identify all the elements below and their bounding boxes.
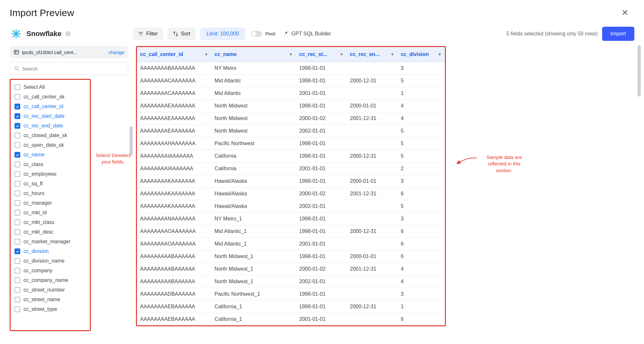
limit-button[interactable]: Limit: 100,000 xyxy=(200,28,245,40)
close-icon[interactable]: ✕ xyxy=(618,6,632,19)
table-cell: 3 xyxy=(398,213,445,225)
field-row[interactable]: cc_street_number xyxy=(14,285,87,295)
field-row[interactable]: cc_mkt_id xyxy=(14,208,87,218)
table-row[interactable]: AAAAAAAAABAAAAAANorth Midwest_11998-01-0… xyxy=(137,250,445,263)
table-cell: AAAAAAAAEBAAAAAA xyxy=(137,301,211,313)
table-cell: 4 xyxy=(398,275,445,288)
column-label: cc_call_center_id xyxy=(140,51,183,57)
table-row[interactable]: AAAAAAAAKAAAAAAAHawaii/Alaska2002-01-015 xyxy=(137,200,445,213)
field-row[interactable]: cc_open_date_sk xyxy=(14,140,87,150)
field-label: cc_rec_end_date xyxy=(24,123,63,129)
table-row[interactable]: AAAAAAAAIAAAAAAACalifornia2001-01-012 xyxy=(137,163,445,175)
field-row[interactable]: cc_rec_end_date xyxy=(14,121,87,131)
change-link[interactable]: change xyxy=(109,50,124,55)
column-label: cc_name xyxy=(215,51,237,57)
column-header[interactable]: cc_call_center_id▼ xyxy=(137,47,211,62)
info-icon[interactable]: i xyxy=(65,31,71,36)
search-input[interactable] xyxy=(22,66,124,71)
table-header-row: cc_call_center_id▼cc_name▼cc_rec_st...▼c… xyxy=(137,47,445,62)
arrow-icon xyxy=(455,155,477,168)
table-cell: AAAAAAAAEAAAAAAA xyxy=(137,125,211,137)
column-header[interactable]: cc_rec_st...▼ xyxy=(296,47,347,62)
field-row[interactable]: cc_call_center_sk xyxy=(14,92,87,102)
table-row[interactable]: AAAAAAAAEAAAAAAANorth Midwest1998-01-012… xyxy=(137,100,445,112)
table-cell: 2000-12-31 xyxy=(347,150,398,163)
table-row[interactable]: AAAAAAAACAAAAAAAMid Atlantic1998-01-0120… xyxy=(137,75,445,87)
table-row[interactable]: AAAAAAAAEAAAAAAANorth Midwest2002-01-015 xyxy=(137,125,445,137)
field-row[interactable]: cc_mkt_desc xyxy=(14,227,87,237)
table-row[interactable]: AAAAAAAAIAAAAAAACalifornia1998-01-012000… xyxy=(137,150,445,163)
table-cell: 2000-01-02 xyxy=(296,112,347,125)
field-row[interactable]: cc_hours xyxy=(14,189,87,198)
table-cell: 5 xyxy=(398,125,445,137)
checkbox-icon xyxy=(14,229,20,235)
table-body: AAAAAAAABAAAAAAANY Metro1998-01-013AAAAA… xyxy=(137,62,445,326)
sort-button[interactable]: Sort xyxy=(168,28,196,40)
page-title: Import Preview xyxy=(10,7,74,18)
field-row[interactable]: cc_street_name xyxy=(14,295,87,304)
field-row[interactable]: cc_mkt_class xyxy=(14,218,87,227)
search-input-wrap[interactable] xyxy=(10,62,128,75)
field-label: cc_mkt_id xyxy=(24,210,47,216)
table-row[interactable]: AAAAAAAAKAAAAAAAHawaii/Alaska2000-01-022… xyxy=(137,188,445,200)
column-header[interactable]: cc_division▼ xyxy=(398,47,445,62)
field-row[interactable]: cc_company xyxy=(14,266,87,275)
field-row[interactable]: cc_closed_date_sk xyxy=(14,131,87,140)
table-row[interactable]: AAAAAAAAOAAAAAAAMid Atlantic_12001-01-01… xyxy=(137,238,445,250)
table-row[interactable]: AAAAAAAAEBAAAAAACalifornia_11998-01-0120… xyxy=(137,301,445,313)
table-cell: 2000-01-02 xyxy=(296,263,347,275)
page-scrollbar[interactable] xyxy=(638,45,641,97)
table-row[interactable]: AAAAAAAAABAAAAAANorth Midwest_12002-01-0… xyxy=(137,275,445,288)
field-label: cc_division xyxy=(24,248,49,254)
table-cell: 1998-01-01 xyxy=(296,62,347,75)
table-row[interactable]: AAAAAAAAKAAAAAAAHawaii/Alaska1998-01-012… xyxy=(137,175,445,188)
field-row[interactable]: cc_employees xyxy=(14,169,87,179)
pivot-toggle[interactable] xyxy=(251,31,262,37)
table-cell: 5 xyxy=(398,137,445,150)
table-path-selector[interactable]: tpcds_sf100tcl.call_cent... change xyxy=(10,46,128,58)
table-row[interactable]: AAAAAAAABAAAAAAANY Metro1998-01-013 xyxy=(137,62,445,75)
field-row[interactable]: cc_sq_ft xyxy=(14,179,87,189)
table-cell: North Midwest_1 xyxy=(211,263,296,275)
table-row[interactable]: AAAAAAAAOAAAAAAAMid Atlantic_11998-01-01… xyxy=(137,225,445,238)
table-row[interactable]: AAAAAAAACAAAAAAAMid Atlantic2001-01-011 xyxy=(137,87,445,100)
table-cell: 2000-12-31 xyxy=(347,75,398,87)
table-cell: AAAAAAAAKAAAAAAA xyxy=(137,188,211,200)
table-cell: 1998-01-01 xyxy=(296,150,347,163)
field-row[interactable]: cc_rec_start_date xyxy=(14,111,87,121)
table-cell: Pacific Northwest xyxy=(211,137,296,150)
field-list: Select All cc_call_center_skcc_call_cent… xyxy=(10,79,91,331)
filter-button[interactable]: Filter xyxy=(133,28,163,40)
column-header[interactable]: cc_rec_en...▼ xyxy=(347,47,398,62)
table-row[interactable]: AAAAAAAAEAAAAAAANorth Midwest2000-01-022… xyxy=(137,112,445,125)
field-label: cc_name xyxy=(24,152,44,158)
table-cell: Hawaii/Alaska xyxy=(211,188,296,200)
field-row[interactable]: cc_market_manager xyxy=(14,237,87,246)
field-row[interactable]: cc_call_center_id xyxy=(14,102,87,111)
checkbox-icon xyxy=(14,94,20,100)
table-row[interactable]: AAAAAAAADBAAAAAAPacific Northwest_11998-… xyxy=(137,288,445,301)
table-cell: 6 xyxy=(398,188,445,200)
field-row[interactable]: cc_division_name xyxy=(14,256,87,266)
field-row[interactable]: cc_division xyxy=(14,246,87,256)
field-row[interactable]: cc_manager xyxy=(14,198,87,208)
import-button[interactable]: Import xyxy=(602,27,634,41)
limit-label: Limit: 100,000 xyxy=(207,31,239,37)
field-row[interactable]: cc_street_type xyxy=(14,304,87,314)
table-row[interactable]: AAAAAAAAEBAAAAAACalifornia_12001-01-016 xyxy=(137,313,445,326)
field-label: cc_market_manager xyxy=(24,239,71,245)
field-row[interactable]: cc_class xyxy=(14,160,87,169)
table-row[interactable]: AAAAAAAAHAAAAAAAPacific Northwest1998-01… xyxy=(137,137,445,150)
table-row[interactable]: AAAAAAAAABAAAAAANorth Midwest_12000-01-0… xyxy=(137,263,445,275)
table-cell: California_1 xyxy=(211,313,296,326)
field-row[interactable]: cc_name xyxy=(14,150,87,160)
table-cell: 1998-01-01 xyxy=(296,137,347,150)
column-header[interactable]: cc_name▼ xyxy=(211,47,296,62)
table-row[interactable]: AAAAAAAANAAAAAAANY Metro_11998-01-013 xyxy=(137,213,445,225)
gpt-sql-builder-button[interactable]: GPT SQL Builder xyxy=(281,28,333,39)
field-row[interactable]: cc_company_name xyxy=(14,275,87,285)
table-cell: AAAAAAAAHAAAAAAA xyxy=(137,137,211,150)
table-cell: Pacific Northwest_1 xyxy=(211,288,296,301)
table-cell xyxy=(347,213,398,225)
select-all-row[interactable]: Select All xyxy=(14,82,87,92)
